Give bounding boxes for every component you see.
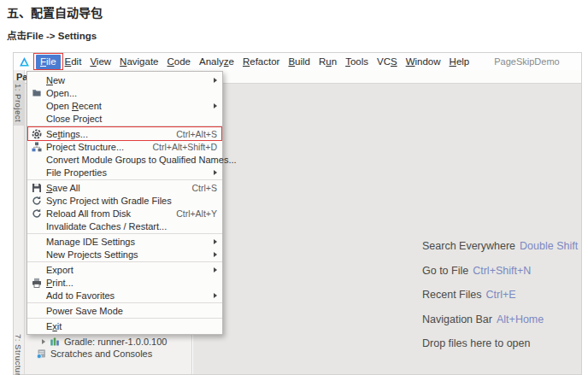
menu-item-shortcut: Ctrl+S [192,183,217,193]
menubar-item-vcs[interactable]: VCS [373,55,402,69]
menubar-item-label: VCS [377,56,397,67]
tree-row-scratches-and-consoles[interactable]: Scratches and Consoles [25,347,152,360]
menubar-item-label: Build [288,56,310,67]
chevron-right-icon[interactable] [42,339,45,344]
menubar-item-navigate[interactable]: Navigate [115,55,162,69]
hint-label: Go to File [422,265,468,277]
folder-icon [32,88,46,98]
menu-item-label: New Projects Settings [46,249,138,260]
menu-item-open-recent[interactable]: Open Recent [27,99,222,112]
tool-window-tab-project[interactable]: 1: Project [14,80,24,126]
hint-keystroke: Alt+Home [497,313,544,325]
menu-item-icon-empty [32,155,46,165]
menu-item-label: Convert Module Groups to Qualified Names… [46,155,237,165]
submenu-arrow-icon [214,293,217,298]
hint-label: Recent Files [422,289,481,301]
menu-item-exit[interactable]: Exit [27,319,222,332]
menu-item-label: Power Save Mode [46,306,123,316]
menubar-item-label: View [90,56,111,67]
menubar-item-code[interactable]: Code [163,55,196,69]
shortcut-hint-navigation-bar: Navigation BarAlt+Home [422,308,578,332]
menu-item-icon-empty [32,237,46,247]
menu-item-icon-empty [32,321,46,331]
menubar-item-label: Tools [345,56,368,67]
menu-item-convert-module-groups-to-qualified-names[interactable]: Convert Module Groups to Qualified Names… [27,153,222,166]
menu-item-project-structure[interactable]: Project Structure...Ctrl+Alt+Shift+D [27,140,222,153]
menu-item-power-save-mode[interactable]: Power Save Mode [27,304,222,317]
menu-item-icon-empty [32,114,46,124]
submenu-arrow-icon [214,170,217,175]
menubar-item-label: Analyze [199,56,234,67]
menu-separator [27,126,222,126]
menu-item-label: Close Project [46,114,102,124]
shortcut-hint-go-to-file: Go to FileCtrl+Shift+N [422,259,578,284]
menubar-item-edit[interactable]: Edit [61,55,86,69]
menu-item-reload-all-from-disk[interactable]: Reload All from DiskCtrl+Alt+Y [27,207,222,220]
window-title: PageSkipDemo [494,56,559,67]
menu-item-sync-project-with-gradle-files[interactable]: Sync Project with Gradle Files [27,194,222,207]
doc-heading: 五、配置自动导包 [7,3,103,21]
menu-item-label: Invalidate Caches / Restart... [46,221,167,231]
submenu-arrow-icon [214,78,217,83]
menu-item-open[interactable]: Open... [27,86,222,99]
submenu-arrow-icon [214,252,217,257]
menubar-item-tools[interactable]: Tools [341,55,373,69]
menubar-item-label: Refactor [243,56,279,67]
menu-item-print[interactable]: Print... [27,276,222,289]
menu-item-label: Manage IDE Settings [46,237,135,247]
menu-item-label: Reload All from Disk [46,208,131,219]
hint-label: Navigation Bar [422,313,492,325]
menubar-item-refactor[interactable]: Refactor [238,55,284,69]
menubar-item-run[interactable]: Run [315,55,341,69]
shortcut-hint-search-everywhere: Search EverywhereDouble Shift [422,234,578,259]
menu-item-icon-empty [32,249,46,260]
gear-icon [32,129,46,139]
menu-item-invalidate-caches-restart[interactable]: Invalidate Caches / Restart... [27,220,222,232]
menu-item-icon-empty [32,167,46,178]
left-tool-window-stripe: 1: Project 7: Structure [14,70,25,374]
hint-label: Drop files here to open [422,337,530,349]
menu-item-shortcut: Ctrl+Alt+S [176,129,217,139]
menu-item-manage-ide-settings[interactable]: Manage IDE Settings [27,235,222,248]
scratches-icon [36,349,47,359]
menubar-item-label: Navigate [120,56,158,67]
menu-item-new[interactable]: New [27,73,222,86]
menu-separator [27,302,222,303]
menu-item-label: Add to Favorites [46,290,115,301]
menu-item-file-properties[interactable]: File Properties [27,166,222,179]
menu-item-settings[interactable]: Settings...Ctrl+Alt+S [27,127,222,140]
tool-window-tab-structure[interactable]: 7: Structure [14,331,24,375]
sync-icon [32,196,46,206]
menu-item-new-projects-settings[interactable]: New Projects Settings [27,248,222,261]
menu-bar: FileEditViewNavigateCodeAnalyzeRefactorB… [14,53,581,70]
submenu-arrow-icon [214,267,217,272]
menu-item-label: Settings... [46,129,88,139]
menu-item-add-to-favorites[interactable]: Add to Favorites [27,289,222,302]
editor-shortcut-hints: Search EverywhereDouble ShiftGo to FileC… [422,234,578,356]
menu-item-close-project[interactable]: Close Project [27,112,222,125]
menubar-item-file[interactable]: File [36,55,61,69]
doc-subtitle: 点击File -> Settings [7,28,97,42]
tree-row-gradle-runner-1-0-0-100[interactable]: Gradle: runner-1.0.0.100 [25,335,167,348]
menubar-item-analyze[interactable]: Analyze [195,55,238,69]
menubar-item-view[interactable]: View [85,55,115,69]
menubar-item-window[interactable]: Window [402,55,445,69]
tree-row-label: Gradle: runner-1.0.0.100 [64,337,167,347]
menu-item-label: Export [46,265,74,275]
documentation-page: 五、配置自动导包 点击File -> Settings FileEditView… [0,0,588,375]
menubar-item-help[interactable]: Help [445,55,474,69]
menubar-item-label: Edit [65,56,82,67]
hint-keystroke: Ctrl+Shift+N [473,265,531,277]
menu-separator [27,261,222,262]
save-icon [32,183,46,193]
menu-item-shortcut: Ctrl+Alt+Y [176,208,217,219]
menubar-item-build[interactable]: Build [284,55,315,69]
menu-item-icon-empty [32,75,46,85]
menu-item-export[interactable]: Export [27,263,222,276]
menu-separator [27,179,222,180]
menu-item-label: Exit [46,321,62,331]
menu-separator [27,233,222,234]
ide-logo-icon [19,56,30,67]
menu-item-save-all[interactable]: Save AllCtrl+S [27,181,222,194]
ide-window-screenshot: FileEditViewNavigateCodeAnalyzeRefactorB… [13,52,582,375]
